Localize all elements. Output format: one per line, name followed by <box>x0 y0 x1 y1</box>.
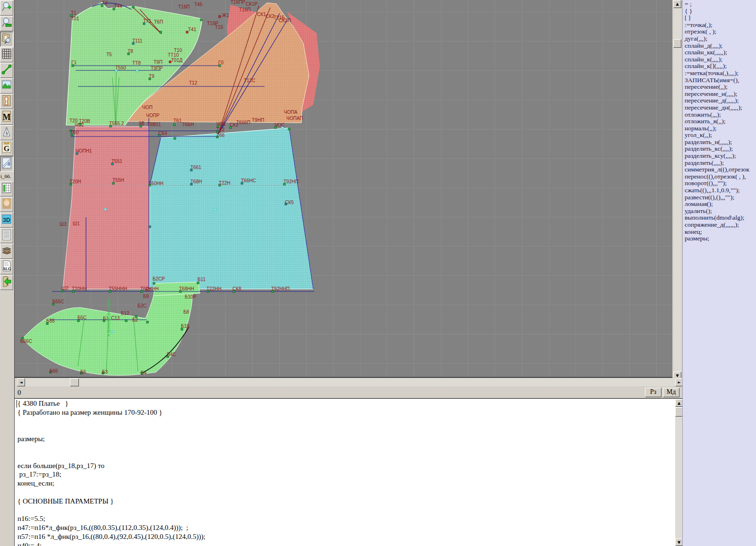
pattern-point[interactable] <box>136 70 138 72</box>
md-button[interactable]: Мд <box>663 388 679 397</box>
command-list-item[interactable]: разделить(,,,,); <box>683 160 756 167</box>
drafting-a-button[interactable]: A <box>0 125 13 140</box>
command-list-item[interactable]: сплайн_д(,,,,); <box>683 43 756 50</box>
command-list-item[interactable]: дуга(,,,); <box>683 35 756 43</box>
pattern-point[interactable] <box>197 282 199 284</box>
algorithm-editor[interactable]: { 4380 Платье }{ Разработано на размер ж… <box>14 398 683 546</box>
command-list-item[interactable]: симметрия_л((),отрезок <box>683 166 756 173</box>
point-label: Б6 <box>80 369 86 375</box>
canvas-hscrollbar[interactable]: ◄ ► <box>14 378 683 387</box>
vscroll-thumb[interactable] <box>673 39 681 48</box>
command-list-item[interactable]: конец; <box>683 229 756 236</box>
command-list-item[interactable]: отрезок( , ); <box>683 28 756 35</box>
point-label: ЧОПН1 <box>76 148 92 154</box>
command-list-item[interactable]: = ; <box>683 1 756 8</box>
zoom-in-button[interactable] <box>0 0 13 16</box>
pattern-point[interactable] <box>288 128 290 130</box>
pattern-figure-button[interactable] <box>0 94 13 109</box>
point-label: Т20НН <box>72 286 87 291</box>
text-list-button[interactable] <box>0 228 13 243</box>
pattern-canvas[interactable]: Т1Т01Т3Т44Т16ПТ45Т41Т71Т6ПТ111Т8Т5Т550ТТ… <box>14 0 672 378</box>
command-list-item[interactable]: сплайн_к(,,,,); <box>683 56 756 63</box>
drafting-b-button[interactable]: 8 <box>0 156 13 171</box>
command-list-item[interactable]: пересечение_дн(,,,,,); <box>683 104 756 111</box>
rz-button[interactable]: Рз <box>645 388 662 397</box>
pattern-point[interactable] <box>153 282 155 284</box>
letter-m-button[interactable]: M <box>0 110 13 125</box>
scroll-up-icon[interactable]: ▲ <box>673 0 681 8</box>
command-list-item[interactable]: { } <box>683 8 756 15</box>
command-list-item[interactable]: ломаная(); <box>683 201 756 208</box>
pattern-point[interactable] <box>160 31 162 33</box>
pattern-point[interactable] <box>146 321 148 323</box>
command-list-item[interactable]: пересечение_н(,,,,); <box>683 91 756 98</box>
pattern-point[interactable] <box>149 226 151 228</box>
letter-g-button[interactable]: G <box>0 141 13 156</box>
command-list-item[interactable]: пересечение(,,); <box>683 84 756 91</box>
books-button[interactable] <box>0 244 13 259</box>
command-list-item[interactable]: разделить_кс(,,,,); <box>683 145 756 153</box>
calc-table-button[interactable] <box>0 181 13 196</box>
svg-text:G: G <box>4 145 10 153</box>
command-list-item[interactable]: :=метка(точка(,),,,,); <box>683 70 756 77</box>
piece-skirt-back-cyan[interactable] <box>150 128 313 289</box>
command-list-item[interactable]: пересечение_д(,,,,,); <box>683 97 756 104</box>
command-list-item[interactable]: разделить_н(,,,,,); <box>683 139 756 146</box>
command-list-item[interactable]: сопряжение_д(,,,,,,); <box>683 222 756 229</box>
scroll-left-icon[interactable]: ◄ <box>17 378 25 386</box>
point-label: Т55Н <box>112 178 124 183</box>
pattern-point[interactable] <box>125 320 127 322</box>
command-list-item[interactable]: сплайн_кк(,,,,,); <box>683 49 756 56</box>
command-list-item[interactable]: угол_к(,,); <box>683 132 756 139</box>
command-list-item[interactable]: отложить_в(,,); <box>683 118 756 125</box>
command-list-item[interactable]: :=точка(,); <box>683 22 756 29</box>
point-label: Т92НП <box>284 179 299 184</box>
alg-doc-button[interactable]: ALG <box>0 259 13 274</box>
canvas-vscrollbar[interactable]: ▲ ▼ <box>672 0 682 380</box>
svg-text:3D: 3D <box>3 217 10 223</box>
point-label: СК2П <box>279 18 291 23</box>
exit-book-button[interactable] <box>0 275 13 290</box>
grid-button[interactable] <box>0 47 13 62</box>
command-list-item[interactable]: ЗАПИСАТЬ(имя=(), <box>683 77 756 84</box>
command-list-item[interactable]: разделить_ксу(,,,,); <box>683 153 756 160</box>
command-list-item[interactable]: перенос((),отрезок( , ), <box>683 173 756 180</box>
measure-button[interactable] <box>0 63 13 78</box>
zoom-out-button[interactable] <box>0 16 13 31</box>
point-label: Т12С <box>244 78 255 83</box>
command-list-item[interactable]: поворот((),,,""); <box>683 180 756 187</box>
command-list-item[interactable]: сплайн_к[](,,,,); <box>683 63 756 70</box>
command-list-panel: = ;{ }[ ]:=точка(,);отрезок( , );дуга(,,… <box>682 0 756 546</box>
grainline-label: К БОКОВОМУ ШВУ <box>106 298 111 336</box>
editor-line <box>17 488 683 497</box>
command-list-item[interactable]: отложить(,,,); <box>683 111 756 119</box>
command-list-item[interactable]: развести((),(),,,""); <box>683 194 756 201</box>
pattern-point[interactable] <box>132 6 134 8</box>
pattern-point[interactable] <box>173 124 175 126</box>
inspect-piece-button[interactable] <box>0 32 13 47</box>
pattern-point[interactable] <box>111 331 113 333</box>
pattern-point[interactable] <box>214 208 216 210</box>
hscroll-thumb[interactable] <box>70 378 79 386</box>
pattern-point[interactable] <box>200 19 202 21</box>
edscroll-thumb[interactable] <box>675 407 683 417</box>
command-list-item[interactable]: [ ] <box>683 15 756 22</box>
point-label: ТТ8 <box>132 60 141 66</box>
books-icon <box>1 244 12 258</box>
pattern-point[interactable] <box>104 208 106 210</box>
command-list-item[interactable]: размеры; <box>683 235 756 242</box>
photo-button[interactable] <box>0 197 13 212</box>
image-button[interactable] <box>0 78 13 94</box>
point-label: Б8 <box>183 309 189 315</box>
command-list-item[interactable]: выполнить(dmod\alg); <box>683 214 756 222</box>
command-list-item[interactable]: сжать((),,,1.1,0.9,""); <box>683 187 756 194</box>
view-3d-button[interactable]: 3D <box>0 213 13 228</box>
pattern-point[interactable] <box>219 16 221 17</box>
editor-vscrollbar[interactable]: ▲ ▼ <box>675 399 683 546</box>
scroll-down-icon[interactable]: ▼ <box>675 538 683 546</box>
pattern-point[interactable] <box>174 137 176 139</box>
command-list-item[interactable]: нормаль(,,); <box>683 125 756 132</box>
scroll-up-icon[interactable]: ▲ <box>675 399 683 407</box>
point-label: Ш2 <box>61 286 69 291</box>
command-list-item[interactable]: удалить(); <box>683 208 756 215</box>
